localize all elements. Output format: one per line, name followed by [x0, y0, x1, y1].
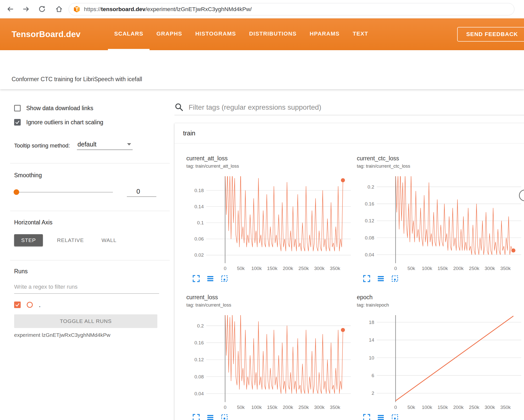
line-chart-current-att-loss[interactable]: 0.020.060.10.140.18050k100k150k200k250k3… [186, 173, 354, 272]
svg-text:0.1: 0.1 [197, 220, 204, 225]
tab-distributions[interactable]: DISTRIBUTIONS [243, 18, 303, 50]
chart-tag: tag: train/current_att_loss [186, 163, 357, 169]
run-name: . [39, 301, 41, 309]
svg-text:250k: 250k [299, 266, 309, 271]
svg-text:250k: 250k [299, 405, 309, 410]
home-icon[interactable] [53, 4, 65, 15]
svg-text:0.2: 0.2 [197, 323, 204, 328]
divider [10, 260, 170, 260]
back-icon[interactable] [5, 4, 16, 15]
runs-label: Runs [14, 267, 169, 275]
train-section-title[interactable]: train [174, 123, 524, 143]
expand-chart-icon[interactable] [363, 414, 370, 420]
fit-domain-icon[interactable] [391, 275, 399, 282]
svg-text:0.18: 0.18 [194, 188, 204, 193]
chart-toolbar [363, 275, 524, 282]
expand-chart-icon[interactable] [192, 414, 200, 420]
show-download-links-row: Show data download links [14, 103, 169, 113]
chart-card-current-ctc-loss: current_ctc_loss tag: train/current_ctc_… [357, 143, 524, 282]
tab-hparams[interactable]: HPARAMS [303, 18, 346, 50]
experiment-caption: experiment lzGnETjwRxC3yghNMd4kPw [14, 332, 169, 338]
brand-title: TensorBoard.dev [12, 18, 80, 50]
svg-text:200k: 200k [283, 266, 293, 271]
y-axis-toggle-icon[interactable] [377, 275, 385, 282]
svg-text:200k: 200k [453, 405, 464, 410]
horizontal-axis-options: STEP RELATIVE WALL [14, 234, 169, 246]
axis-wall-button[interactable]: WALL [98, 237, 120, 243]
line-chart-current-loss[interactable]: 0.040.080.120.160.2050k100k150k200k250k3… [186, 312, 354, 411]
app-header: TensorBoard.dev SCALARS GRAPHS HISTOGRAM… [0, 18, 524, 50]
svg-text:0.16: 0.16 [365, 201, 374, 206]
axis-relative-button[interactable]: RELATIVE [53, 237, 87, 243]
y-axis-toggle-icon[interactable] [207, 414, 214, 420]
svg-text:10: 10 [369, 355, 374, 361]
ignore-outliers-label: Ignore outliers in chart scaling [26, 119, 103, 126]
svg-text:0.14: 0.14 [194, 204, 204, 209]
url-bar[interactable]: https://tensorboard.dev/experiment/lzGnE… [69, 3, 514, 15]
line-chart-epoch[interactable]: 26101418050k100k150k200k250k300k350k [357, 312, 524, 411]
tooltip-sorting-select[interactable]: default [77, 141, 133, 150]
chevron-down-icon [127, 143, 131, 145]
tab-graphs[interactable]: GRAPHS [150, 18, 188, 50]
svg-text:150k: 150k [267, 405, 278, 410]
toggle-all-runs-button[interactable]: TOGGLE ALL RUNS [14, 314, 157, 328]
chart-title: current_ctc_loss [357, 155, 524, 162]
runs-filter-input[interactable] [14, 282, 159, 294]
search-icon [174, 103, 184, 112]
tooltip-sorting-row: Tooltip sorting method: default [14, 140, 169, 150]
svg-text:0: 0 [394, 266, 397, 271]
line-chart-current-ctc-loss[interactable]: 0.040.080.120.160.2050k100k150k200k250k3… [357, 173, 524, 272]
expand-chart-icon[interactable] [192, 275, 200, 282]
y-axis-toggle-icon[interactable] [377, 414, 385, 420]
svg-text:50k: 50k [237, 266, 245, 271]
tab-histograms[interactable]: HISTOGRAMS [189, 18, 242, 50]
fit-domain-icon[interactable] [221, 414, 228, 420]
run-color-swatch-icon[interactable] [27, 302, 33, 308]
svg-text:0.02: 0.02 [194, 252, 204, 258]
chart-title: current_loss [186, 293, 357, 301]
url-text: https://tensorboard.dev/experiment/lzGnE… [84, 6, 252, 13]
smoothing-label: Smoothing [14, 171, 169, 179]
svg-text:300k: 300k [485, 405, 495, 410]
main-area: train current_att_loss tag: train/curren… [169, 89, 524, 420]
ignore-outliers-checkbox[interactable] [14, 119, 21, 126]
chart-tag: tag: train/current_loss [186, 302, 357, 308]
smoothing-value-field[interactable]: 0 [127, 188, 156, 197]
fit-domain-icon[interactable] [391, 414, 399, 420]
svg-text:0.16: 0.16 [194, 340, 204, 345]
run-checkbox[interactable] [14, 302, 21, 308]
page: https://tensorboard.dev/experiment/lzGnE… [0, 0, 524, 420]
svg-text:250k: 250k [469, 405, 480, 410]
subtitle-bar: Conformer CTC training for LibriSpeech w… [0, 50, 524, 89]
show-download-links-checkbox[interactable] [14, 105, 21, 111]
divider [10, 163, 170, 163]
svg-text:100k: 100k [422, 405, 432, 410]
ignore-outliers-row: Ignore outliers in chart scaling [14, 117, 169, 127]
reload-icon[interactable] [36, 4, 47, 15]
expand-chart-icon[interactable] [363, 275, 370, 282]
send-feedback-button[interactable]: SEND FEEDBACK [457, 27, 524, 42]
url-scheme: https:// [84, 6, 101, 12]
fit-domain-icon[interactable] [221, 275, 228, 282]
sidebar: Show data download links Ignore outliers… [0, 89, 169, 420]
horizontal-axis-label: Horizontal Axis [14, 219, 169, 226]
chart-toolbar [192, 414, 357, 420]
tooltip-sorting-value: default [77, 141, 96, 148]
chart-title: epoch [357, 293, 524, 301]
tab-text[interactable]: TEXT [346, 18, 374, 50]
tab-scalars[interactable]: SCALARS [108, 18, 150, 50]
smoothing-slider[interactable] [14, 192, 113, 193]
forward-icon[interactable] [21, 4, 32, 15]
run-row: . [14, 300, 169, 310]
axis-step-button[interactable]: STEP [14, 234, 43, 246]
smoothing-slider-knob[interactable] [14, 189, 19, 195]
svg-text:350k: 350k [500, 405, 511, 410]
filter-tags-input[interactable] [188, 103, 524, 112]
y-axis-toggle-icon[interactable] [207, 275, 214, 282]
chart-tag: tag: train/epoch [357, 302, 524, 308]
svg-text:0: 0 [224, 405, 226, 410]
tooltip-sorting-label: Tooltip sorting method: [14, 142, 70, 150]
svg-text:350k: 350k [500, 266, 511, 271]
svg-text:100k: 100k [251, 266, 262, 271]
chart-title: current_att_loss [186, 155, 357, 162]
